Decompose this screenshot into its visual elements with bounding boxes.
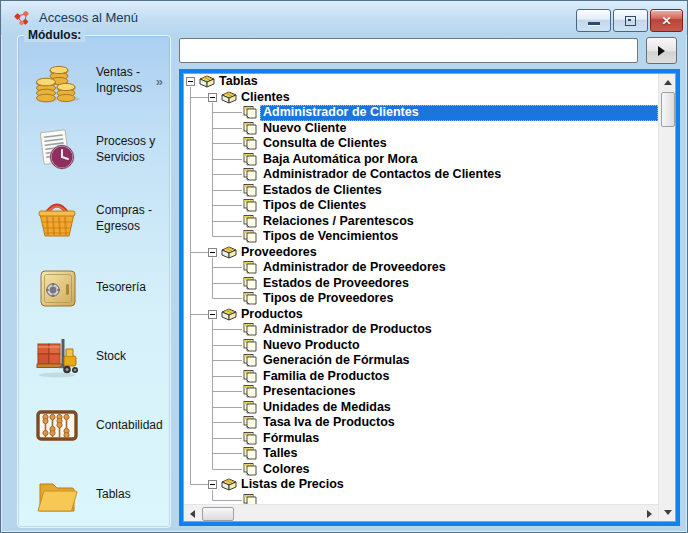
tree-node[interactable]: Listas de Precios bbox=[184, 477, 658, 493]
form-icon bbox=[243, 432, 259, 445]
tree-item-label: Proveedores bbox=[238, 245, 320, 261]
form-icon bbox=[243, 199, 259, 212]
accesos-al-menu-window: { "window": { "title": "Accesos al Menú"… bbox=[0, 0, 688, 533]
form-icon bbox=[243, 292, 259, 305]
tree-leaf[interactable]: Nuevo Cliente bbox=[184, 121, 658, 137]
scroll-up-button[interactable] bbox=[659, 74, 676, 91]
scroll-left-button[interactable] bbox=[184, 505, 201, 522]
tree-item-label: Estados de Clientes bbox=[260, 183, 385, 199]
collapse-toggle-icon[interactable] bbox=[208, 480, 217, 489]
collapse-toggle-icon[interactable] bbox=[208, 93, 217, 102]
tree-leaf[interactable]: Estados de Proveedores bbox=[184, 276, 658, 292]
vertical-scroll-thumb[interactable] bbox=[661, 92, 675, 127]
minimize-icon bbox=[588, 22, 600, 26]
form-icon bbox=[243, 323, 259, 336]
tree-node[interactable]: Proveedores bbox=[184, 245, 658, 261]
collapse-toggle-icon[interactable] bbox=[186, 77, 195, 86]
tree-leaf[interactable]: Administrador de Proveedores bbox=[184, 260, 658, 276]
arrow-left-icon bbox=[190, 510, 195, 518]
tree-leaf[interactable] bbox=[184, 493, 658, 505]
sidebar-item-tablas[interactable]: Tablas bbox=[18, 460, 170, 529]
arrow-down-icon bbox=[664, 510, 672, 515]
close-button[interactable]: ✕ bbox=[650, 9, 683, 32]
tree-item-label: Familia de Productos bbox=[260, 369, 392, 385]
scroll-right-button[interactable] bbox=[641, 505, 658, 522]
form-icon bbox=[243, 277, 259, 290]
horizontal-scroll-thumb[interactable] bbox=[202, 507, 234, 521]
tree-leaf[interactable]: Talles bbox=[184, 446, 658, 462]
tree-leaf[interactable]: Tipos de Vencimientos bbox=[184, 229, 658, 245]
sidebar-item-label: Tesorería bbox=[96, 280, 170, 296]
search-input[interactable] bbox=[179, 38, 638, 63]
tree-leaf[interactable]: Presentaciones bbox=[184, 384, 658, 400]
tree-leaf[interactable]: Unidades de Medidas bbox=[184, 400, 658, 416]
treeview: Tablas Clientes Administrador de Cliente… bbox=[183, 73, 676, 522]
tree-leaf[interactable]: Baja Automática por Mora bbox=[184, 152, 658, 168]
form-icon bbox=[243, 122, 259, 135]
form-icon bbox=[243, 261, 259, 274]
tree-leaf[interactable]: Fórmulas bbox=[184, 431, 658, 447]
sidebar-item-label: Compras - Egresos bbox=[96, 203, 170, 234]
sidebar-item-label: Stock bbox=[96, 349, 170, 365]
sidebar-item-tesoreria[interactable]: Tesorería bbox=[18, 253, 170, 322]
tree-leaf[interactable]: Familia de Productos bbox=[184, 369, 658, 385]
tree-leaf[interactable]: Relaciones / Parentescos bbox=[184, 214, 658, 230]
form-icon bbox=[243, 416, 259, 429]
tree-item-label: Talles bbox=[260, 446, 301, 462]
titlebar: Accesos al Menú ✕ bbox=[1, 1, 687, 35]
tree-node[interactable]: Tablas bbox=[184, 74, 658, 90]
tree-leaf[interactable]: Administrador de Clientes bbox=[184, 105, 658, 121]
tree-leaf[interactable]: Tipos de Proveedores bbox=[184, 291, 658, 307]
tree-item-label: Administrador de Proveedores bbox=[260, 260, 449, 276]
minimize-button[interactable] bbox=[576, 9, 611, 32]
tree-item-label: Tipos de Clientes bbox=[260, 198, 369, 214]
tree-leaf[interactable]: Tipos de Clientes bbox=[184, 198, 658, 214]
tree-leaf[interactable]: Colores bbox=[184, 462, 658, 478]
tree-item-label: Presentaciones bbox=[260, 384, 358, 400]
forklift-icon bbox=[31, 331, 83, 383]
horizontal-scrollbar[interactable] bbox=[184, 504, 658, 521]
collapse-toggle-icon[interactable] bbox=[208, 248, 217, 257]
window-controls: ✕ bbox=[576, 9, 683, 32]
form-icon bbox=[243, 494, 259, 505]
form-icon bbox=[243, 354, 259, 367]
go-button[interactable] bbox=[646, 37, 677, 64]
sidebar-item-ventas-ingresos[interactable]: Ventas - Ingresos» bbox=[18, 46, 170, 115]
sidebar-item-contabilidad[interactable]: Contabilidad bbox=[18, 391, 170, 460]
form-icon bbox=[243, 153, 259, 166]
menu-tree-panel: Tablas Clientes Administrador de Cliente… bbox=[179, 69, 680, 526]
form-icon bbox=[243, 339, 259, 352]
tree-item-label: Unidades de Medidas bbox=[260, 400, 394, 416]
app-icon bbox=[13, 10, 31, 28]
tree-leaf[interactable]: Nuevo Producto bbox=[184, 338, 658, 354]
sidebar-item-stock[interactable]: Stock bbox=[18, 322, 170, 391]
tree-node[interactable]: Clientes bbox=[184, 90, 658, 106]
tree-node[interactable]: Productos bbox=[184, 307, 658, 323]
tree-item-label: Nuevo Producto bbox=[260, 338, 363, 354]
tree-item-label: Listas de Precios bbox=[238, 477, 347, 493]
form-icon bbox=[243, 184, 259, 197]
tree-item-label: Estados de Proveedores bbox=[260, 276, 412, 292]
tree-leaf[interactable]: Tasa Iva de Productos bbox=[184, 415, 658, 431]
tree-item-label: Consulta de Clientes bbox=[260, 136, 390, 152]
tree-item-label: Productos bbox=[238, 307, 306, 323]
tree-leaf[interactable]: Estados de Clientes bbox=[184, 183, 658, 199]
tree-item-label: Relaciones / Parentescos bbox=[260, 214, 417, 230]
tree-leaf[interactable]: Administrador de Contactos de Clientes bbox=[184, 167, 658, 183]
maximize-button[interactable] bbox=[613, 9, 648, 32]
collapse-toggle-icon[interactable] bbox=[208, 310, 217, 319]
scroll-down-button[interactable] bbox=[659, 504, 676, 521]
tree-item-label: Baja Automática por Mora bbox=[260, 152, 420, 168]
tree-leaf[interactable]: Generación de Fórmulas bbox=[184, 353, 658, 369]
tree-item-label: Administrador de Clientes bbox=[260, 105, 658, 121]
folder-icon bbox=[31, 469, 83, 521]
window-title: Accesos al Menú bbox=[39, 10, 138, 25]
sidebar-item-compras-egresos[interactable]: Compras - Egresos bbox=[18, 184, 170, 253]
sidebar-item-procesos-servicios[interactable]: Procesos y Servicios bbox=[18, 115, 170, 184]
tree-leaf[interactable]: Consulta de Clientes bbox=[184, 136, 658, 152]
arrow-up-icon bbox=[664, 80, 672, 85]
box-icon bbox=[221, 246, 237, 259]
tree-leaf[interactable]: Administrador de Productos bbox=[184, 322, 658, 338]
vertical-scrollbar[interactable] bbox=[658, 74, 675, 521]
tree-item-label: Clientes bbox=[238, 90, 293, 106]
